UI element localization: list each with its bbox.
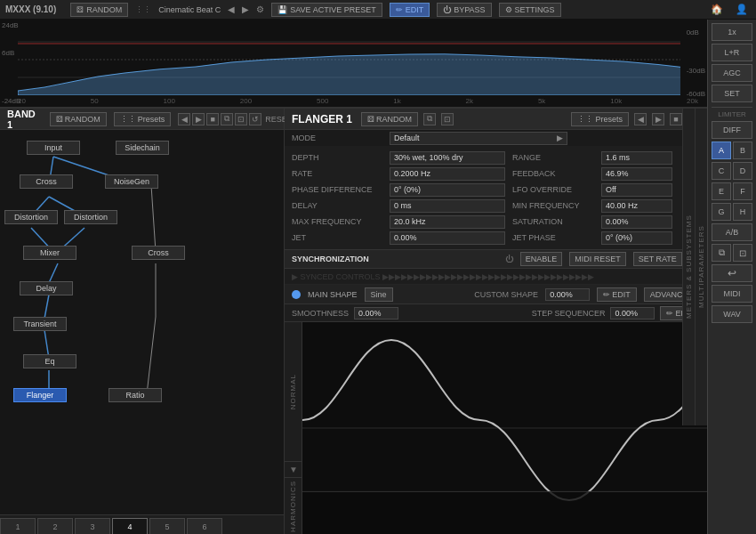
band-title: BAND 1 xyxy=(7,109,36,130)
module-input[interactable]: Input xyxy=(27,141,80,155)
sine-btn[interactable]: Sine xyxy=(365,287,393,302)
undo-btn[interactable]: ↩ xyxy=(712,264,752,282)
flanger-next-btn[interactable]: ▶ xyxy=(652,113,664,125)
btn-a[interactable]: A xyxy=(712,142,731,159)
next-btn[interactable]: ▶ xyxy=(192,113,205,125)
mode-value[interactable]: Default ▶ xyxy=(390,132,567,145)
band-tab-2[interactable]: 2 xyxy=(37,518,73,534)
lfo-waveform[interactable] xyxy=(302,322,707,534)
smoothness-val[interactable]: 0.00% xyxy=(354,307,398,320)
btn-ab[interactable]: A/B xyxy=(712,223,752,241)
param-value-feedback[interactable]: 46.9% xyxy=(601,167,672,181)
paste-nav-btn[interactable]: ⊡ xyxy=(235,113,247,125)
prev-btn[interactable]: ◀ xyxy=(178,113,190,125)
next-preset-btn[interactable]: ▶ xyxy=(242,4,249,14)
btn-set[interactable]: SET xyxy=(712,85,752,102)
copy-nav-btn[interactable]: ⧉ xyxy=(221,113,233,125)
band-tab-4[interactable]: 4 xyxy=(112,518,148,534)
set-rate-btn[interactable]: SET RATE xyxy=(633,252,682,266)
btn-agc[interactable]: AGC xyxy=(712,64,752,82)
btn-g[interactable]: G xyxy=(712,203,731,221)
band-tab-1[interactable]: 1 xyxy=(0,518,36,534)
mode-arrow[interactable]: ▶ xyxy=(557,134,563,142)
lfo-section: MAIN SHAPE Sine CUSTOM SHAPE 0.00% ✏ EDI… xyxy=(285,285,707,534)
btn-d[interactable]: D xyxy=(733,162,752,180)
band-tab-6[interactable]: 6 xyxy=(187,518,222,534)
waveform-svg xyxy=(302,322,707,534)
btn-1x[interactable]: 1x xyxy=(712,23,752,41)
band-tab-5[interactable]: 5 xyxy=(149,518,185,534)
sync-bar: SYNCHRONIZATION ⏻ ENABLE MIDI RESET SET … xyxy=(285,249,707,269)
copy-btn[interactable]: ⧉ xyxy=(712,244,731,262)
flanger-prev-btn[interactable]: ◀ xyxy=(634,113,647,125)
band-presets-btn[interactable]: ⋮⋮ Presets xyxy=(114,112,172,126)
btn-h[interactable]: H xyxy=(733,203,752,221)
module-distortion2[interactable]: Distortion xyxy=(64,210,117,224)
spectrum-labels-bottom: 20 50 100 200 500 1k 2k 5k 10k 20k xyxy=(18,97,698,105)
flanger-stop-btn[interactable]: ■ xyxy=(670,113,682,125)
module-cross1[interactable]: Cross xyxy=(20,174,73,189)
module-transient[interactable]: Transient xyxy=(13,317,67,331)
btn-lr[interactable]: L+R xyxy=(712,44,752,61)
module-flanger[interactable]: Flanger xyxy=(13,388,67,402)
midi-reset-btn[interactable]: MIDI RESET xyxy=(569,252,626,266)
save-preset-button[interactable]: 💾 SAVE ACTIVE PRESET xyxy=(271,3,382,17)
lfo-side-labels: NORMAL ▼ HARMONICS xyxy=(285,322,302,534)
bypass-icon: ⏻ xyxy=(443,5,451,14)
btn-diff[interactable]: DIFF xyxy=(712,121,752,139)
home-icon[interactable]: 🏠 xyxy=(708,4,726,15)
param-value-delay[interactable]: 0 ms xyxy=(390,199,505,213)
flanger-presets-btn[interactable]: ⋮⋮ Presets xyxy=(571,112,629,126)
lfo-edit-btn[interactable]: ✏ EDIT xyxy=(597,287,637,302)
settings-button[interactable]: ⚙ SETTINGS xyxy=(499,3,561,17)
module-cross2[interactable]: Cross xyxy=(132,246,185,260)
band-random-btn[interactable]: ⚄ RANDOM xyxy=(50,112,107,126)
param-label-min-freq: MIN FREQUENCY xyxy=(512,201,601,210)
preset-menu-btn[interactable]: ⚙ xyxy=(256,4,264,14)
btn-wav[interactable]: WAV xyxy=(712,305,752,323)
enable-btn[interactable]: ENABLE xyxy=(520,252,563,266)
btn-midi[interactable]: MIDI xyxy=(712,285,752,303)
module-mixer[interactable]: Mixer xyxy=(23,246,76,260)
module-noisegen[interactable]: NoiseGen xyxy=(105,174,158,189)
random-icon: ⚄ xyxy=(76,5,84,14)
band-tab-3[interactable]: 3 xyxy=(75,518,110,534)
random-button[interactable]: ⚄ RANDOM xyxy=(70,3,128,17)
down-arrow-icon[interactable]: ▼ xyxy=(289,465,298,474)
flanger-random-btn[interactable]: ⚄ RANDOM xyxy=(361,112,418,126)
param-value-saturation[interactable]: 0.00% xyxy=(601,215,672,229)
param-value-jet-phase[interactable]: 0° (0%) xyxy=(601,231,672,245)
param-row-2: PHASE DIFFERENCE 0° (0%) LFO OVERRIDE Of… xyxy=(292,182,700,198)
module-ratio[interactable]: Ratio xyxy=(109,388,162,402)
module-eq[interactable]: Eq xyxy=(23,354,76,368)
reset-btn[interactable]: ↺ xyxy=(249,113,261,125)
prev-preset-btn[interactable]: ◀ xyxy=(228,4,235,14)
stop-btn[interactable]: ■ xyxy=(206,113,219,125)
preset-name[interactable]: Cinematic Beat C xyxy=(158,5,221,14)
param-value-max-freq[interactable]: 20.0 kHz xyxy=(390,215,505,229)
btn-e[interactable]: E xyxy=(712,182,731,200)
param-value-depth[interactable]: 30% wet, 100% dry xyxy=(390,151,505,165)
module-delay[interactable]: Delay xyxy=(20,281,73,295)
param-value-rate[interactable]: 0.2000 Hz xyxy=(390,167,505,181)
step-seq-val[interactable]: 0.00% xyxy=(610,307,655,320)
module-distortion1[interactable]: Distortion xyxy=(4,210,58,224)
svg-rect-19 xyxy=(302,491,707,534)
edit-button[interactable]: ✏ EDIT xyxy=(390,3,430,17)
btn-c[interactable]: C xyxy=(712,162,731,180)
bypass-button[interactable]: ⏻ BYPASS xyxy=(437,3,491,17)
param-value-lfo-override[interactable]: Off xyxy=(601,183,672,197)
lfo-display-area: NORMAL ▼ HARMONICS xyxy=(285,322,707,534)
paste-btn[interactable]: ⊡ xyxy=(733,244,752,262)
custom-shape-val[interactable]: 0.00% xyxy=(545,288,590,301)
param-value-min-freq[interactable]: 40.00 Hz xyxy=(601,199,672,213)
param-value-phase[interactable]: 0° (0%) xyxy=(390,183,505,197)
user-icon[interactable]: 👤 xyxy=(733,4,751,15)
param-value-jet[interactable]: 0.00% xyxy=(390,231,505,245)
param-value-range[interactable]: 1.6 ms xyxy=(601,151,672,165)
flanger-copy-btn[interactable]: ⧉ xyxy=(423,113,436,125)
btn-b[interactable]: B xyxy=(733,142,752,159)
flanger-paste-btn[interactable]: ⊡ xyxy=(441,113,454,125)
module-sidechain[interactable]: Sidechain xyxy=(116,141,169,155)
btn-f[interactable]: F xyxy=(733,182,752,200)
